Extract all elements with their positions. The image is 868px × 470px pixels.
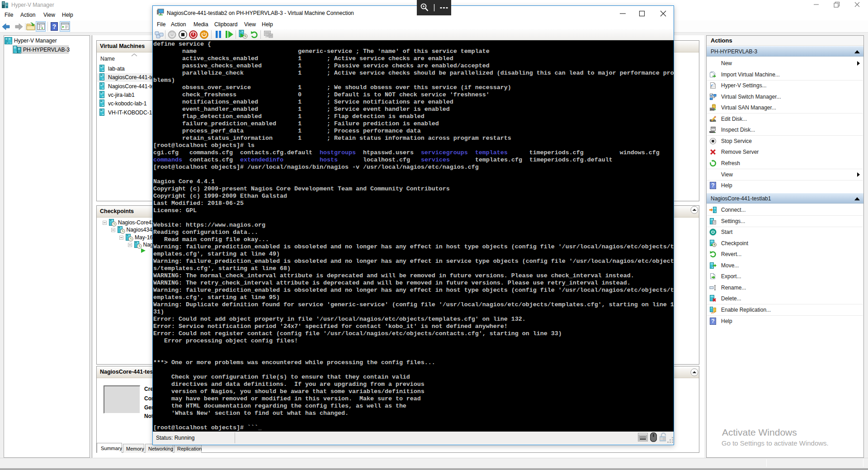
svg-text:?: ?: [52, 23, 57, 30]
svg-text:?: ?: [711, 182, 714, 189]
svg-text:?: ?: [711, 318, 714, 324]
